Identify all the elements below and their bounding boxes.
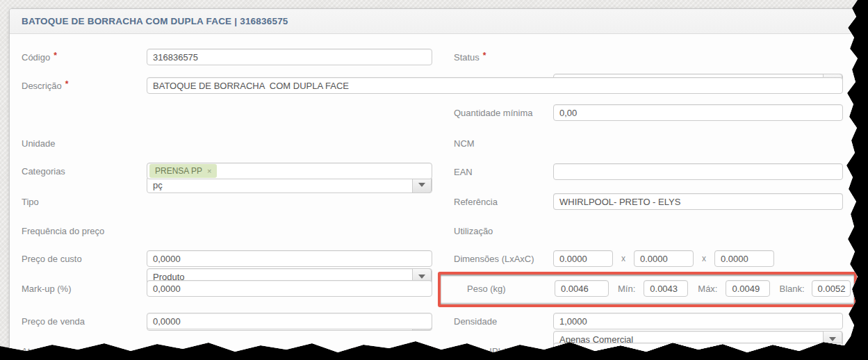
categorias-row: Categorias xyxy=(22,163,65,179)
peso-blank-label: Blank: xyxy=(779,284,804,294)
dimensao-l-input[interactable]: 0.0000 xyxy=(553,250,613,267)
aliquota-ipi-label: Alíquota IPI (%) xyxy=(454,346,517,357)
unidade-value: pç xyxy=(153,180,163,190)
referencia-input[interactable]: WHIRLPOOL- PRETO - ELYS xyxy=(553,193,843,210)
dimensoes-separator: x xyxy=(702,254,706,263)
preco-venda-label: Preço de venda xyxy=(22,316,85,327)
chevron-down-icon xyxy=(418,183,425,187)
frequencia-preco-row: Frequência do preço xyxy=(22,222,104,239)
dimensao-a-input[interactable]: 0.0000 xyxy=(634,250,694,267)
dimensao-c-value: 0.0000 xyxy=(721,254,748,264)
unidade-row: Unidade xyxy=(22,135,55,152)
quantidade-minima-value: 0,00 xyxy=(559,108,577,118)
dimensoes-separator: x xyxy=(621,254,625,263)
preco-custo-label: Preço de custo xyxy=(22,254,82,264)
preco-custo-input[interactable]: 0,0000 xyxy=(147,250,432,267)
markup-label: Mark-up (%) xyxy=(22,284,72,294)
unidade-label: Unidade xyxy=(22,138,55,149)
codigo-row: Código * xyxy=(22,49,57,65)
utilizacao-dropdown-button[interactable] xyxy=(823,331,842,347)
preco-venda-value: 0,0000 xyxy=(153,316,181,327)
descricao-input[interactable]: BATOQUE DE BORRACHA COM DUPLA FACE xyxy=(147,77,843,94)
codigo-label: Código xyxy=(22,52,50,63)
descricao-row: Descrição * xyxy=(22,77,68,94)
utilizacao-row: Utilização xyxy=(454,222,493,239)
panel-header: BATOQUE DE BORRACHA COM DUPLA FACE | 316… xyxy=(10,9,859,34)
descricao-required-marker: * xyxy=(65,79,69,89)
quantidade-minima-row: Quantidade mínima xyxy=(454,104,532,121)
markup-value: 0,0000 xyxy=(153,284,181,294)
dimensao-c-input[interactable]: 0.0000 xyxy=(714,250,774,267)
peso-value: 0.0046 xyxy=(561,284,589,294)
peso-max-input[interactable]: 0.0049 xyxy=(726,280,770,297)
dimensao-a-value: 0.0000 xyxy=(640,254,668,264)
preco-custo-value: 0,0000 xyxy=(153,254,181,264)
desktop-background: BATOQUE DE BORRACHA COM DUPLA FACE | 316… xyxy=(0,0,868,360)
utilizacao-label: Utilização xyxy=(454,226,493,236)
densidade-input[interactable]: 1,0000 xyxy=(553,313,843,329)
referencia-label: Referência xyxy=(454,197,498,207)
tipo-row: Tipo xyxy=(22,193,39,210)
peso-min-label: Mín: xyxy=(618,284,635,294)
frequencia-preco-label: Frequência do preço xyxy=(22,226,104,236)
codigo-input[interactable]: 316836575 xyxy=(147,49,432,65)
ean-row: EAN xyxy=(454,163,473,180)
peso-label: Peso (kg) xyxy=(467,284,555,294)
status-row: Status * xyxy=(454,49,486,65)
dimensoes-inputs: 0.0000 x 0.0000 x 0.0000 xyxy=(553,250,774,267)
tipo-label: Tipo xyxy=(22,197,39,207)
categoria-tag[interactable]: PRENSA PP × xyxy=(149,164,217,178)
status-label: Status xyxy=(454,52,480,63)
referencia-row: Referência xyxy=(454,193,498,210)
preco-venda-row: Preço de venda xyxy=(22,313,85,329)
codigo-value: 316836575 xyxy=(153,52,198,63)
peso-row: Peso (kg) 0.0046 Mín: 0.0043 Máx: 0.0049… xyxy=(467,280,851,297)
densidade-row: Densidade xyxy=(454,313,497,329)
peso-blank-input[interactable]: 0.0052 xyxy=(812,280,851,297)
dimensoes-row: Dimensões (LxAxC) xyxy=(454,250,534,267)
categoria-tag-label: PRENSA PP xyxy=(155,166,202,176)
densidade-value: 1,0000 xyxy=(559,316,587,327)
product-form-panel: BATOQUE DE BORRACHA COM DUPLA FACE | 316… xyxy=(9,8,860,360)
referencia-value: WHIRLPOOL- PRETO - ELYS xyxy=(559,197,680,207)
markup-input[interactable]: 0,0000 xyxy=(147,280,432,297)
ean-label: EAN xyxy=(454,167,473,177)
densidade-label: Densidade xyxy=(454,316,497,327)
markup-row: Mark-up (%) xyxy=(22,280,72,297)
ean-input[interactable] xyxy=(553,163,843,180)
quantidade-minima-label: Quantidade mínima xyxy=(454,108,532,118)
dimensao-l-value: 0.0000 xyxy=(559,254,587,264)
aliquota-ipi-row: Alíquota IPI (%) xyxy=(454,343,517,359)
page-title: BATOQUE DE BORRACHA COM DUPLA FACE | 316… xyxy=(22,16,288,26)
chevron-down-icon xyxy=(418,275,425,279)
aliquota-ipi-input[interactable]: 0,00 xyxy=(553,343,843,359)
categorias-input[interactable]: PRENSA PP × xyxy=(147,163,432,179)
ncm-row: NCM xyxy=(454,135,475,152)
descricao-value: BATOQUE DE BORRACHA COM DUPLA FACE xyxy=(153,81,349,91)
status-required-marker: * xyxy=(483,51,486,60)
atualizar-preco-label: Atualizar preço? xyxy=(22,346,87,357)
codigo-required-marker: * xyxy=(54,51,57,60)
quantidade-minima-input[interactable]: 0,00 xyxy=(553,104,843,121)
dimensoes-label: Dimensões (LxAxC) xyxy=(454,254,534,264)
remove-tag-icon[interactable]: × xyxy=(207,167,211,175)
ncm-label: NCM xyxy=(454,138,475,149)
peso-max-label: Máx: xyxy=(698,284,717,294)
peso-min-value: 0.0043 xyxy=(650,284,678,294)
descricao-label: Descrição xyxy=(22,81,62,91)
peso-blank-value: 0.0052 xyxy=(818,284,846,294)
preco-venda-input[interactable]: 0,0000 xyxy=(147,313,432,329)
chevron-down-icon xyxy=(829,337,836,341)
atualizar-preco-row: Atualizar preço? xyxy=(22,343,87,359)
categorias-label: Categorias xyxy=(22,166,65,177)
preco-custo-row: Preço de custo xyxy=(22,250,82,267)
aliquota-ipi-value: 0,00 xyxy=(559,346,577,357)
peso-max-value: 0.0049 xyxy=(732,284,760,294)
peso-input[interactable]: 0.0046 xyxy=(555,280,609,297)
peso-min-input[interactable]: 0.0043 xyxy=(644,280,688,297)
